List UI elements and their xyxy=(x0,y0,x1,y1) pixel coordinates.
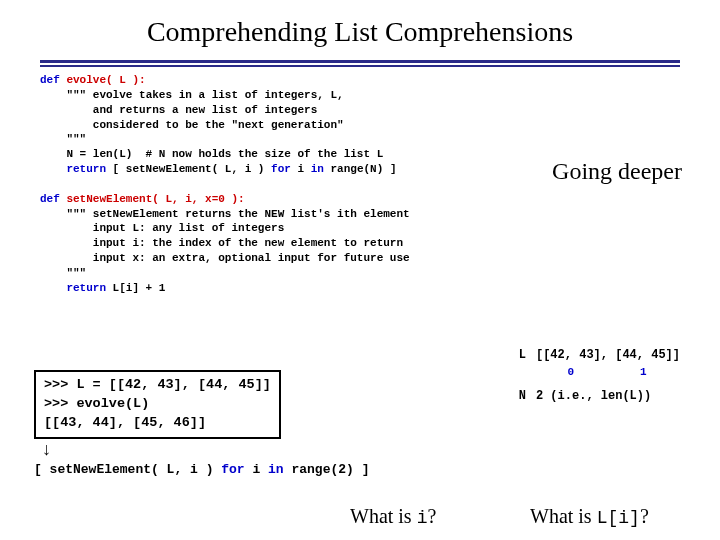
sne-doc-1: setNewElement returns the NEW list's ith… xyxy=(86,208,409,220)
kw-in-2: in xyxy=(268,462,284,477)
expanded-comprehension: [ setNewElement( L, i ) for i in range(2… xyxy=(34,462,369,477)
kw-for-2: for xyxy=(221,462,244,477)
title-rule-1 xyxy=(40,60,680,63)
ln-block: L[[42, 43], [44, 45]] 0 1 N2 (i.e., len(… xyxy=(508,346,680,405)
ln-N-val: 2 (i.e., len(L)) xyxy=(536,389,651,403)
sne-doc-3: input i: the index of the new element to… xyxy=(66,237,403,249)
fn-sne: setNewElement( L, i, x=0 ): xyxy=(66,193,244,205)
q1-c: ? xyxy=(427,505,436,527)
q1-a: What is xyxy=(350,505,417,527)
kw-def-1: def xyxy=(40,74,60,86)
slide-title: Comprehending List Comprehensions xyxy=(40,16,680,48)
repl-box: >>> L = [[42, 43], [44, 45]] >>> evolve(… xyxy=(34,370,281,439)
repl-line-1: >>> L = [[42, 43], [44, 45]] xyxy=(44,377,271,392)
q2-code: L[i] xyxy=(597,508,640,528)
fn-evolve: evolve( L ): xyxy=(66,74,145,86)
kw-return-1: return xyxy=(66,163,106,175)
ln-idx-1: 1 xyxy=(640,366,647,378)
evolve-doc-2: and returns a new list of integers xyxy=(66,104,317,116)
q2-a: What is xyxy=(530,505,597,527)
evolve-doc-1: evolve takes in a list of integers, L, xyxy=(86,89,343,101)
ln-N-label: N xyxy=(508,387,526,405)
ln-N-row: N2 (i.e., len(L)) xyxy=(508,387,680,405)
repl-line-2: >>> evolve(L) xyxy=(44,396,149,411)
sne-ret: L[i] + 1 xyxy=(106,282,165,294)
ret-expr-a: [ setNewElement( L, i ) xyxy=(106,163,271,175)
kw-def-2: def xyxy=(40,193,60,205)
exp-c: range(2) ] xyxy=(284,462,370,477)
ln-L-val: [[42, 43], [44, 45]] xyxy=(536,348,680,362)
sne-doc-4: input x: an extra, optional input for fu… xyxy=(66,252,409,264)
exp-a: [ setNewElement( L, i ) xyxy=(34,462,221,477)
docstr-open-1: """ xyxy=(66,89,86,101)
down-arrow-icon: ↓ xyxy=(42,440,51,458)
slide: Comprehending List Comprehensions def ev… xyxy=(0,0,720,540)
ret-expr-b: i xyxy=(291,163,311,175)
sne-doc-2: input L: any list of integers xyxy=(66,222,284,234)
q1-code: i xyxy=(417,508,428,528)
ret-expr-c: range(N) ] xyxy=(324,163,397,175)
kw-in-1: in xyxy=(311,163,324,175)
question-1: What is i? xyxy=(350,505,436,528)
kw-for-1: for xyxy=(271,163,291,175)
docstr-open-2: """ xyxy=(66,208,86,220)
question-2: What is L[i]? xyxy=(530,505,649,528)
kw-return-2: return xyxy=(66,282,106,294)
ln-L-label: L xyxy=(508,346,526,364)
going-deeper-label: Going deeper xyxy=(552,158,682,185)
docstr-close-2: """ xyxy=(66,267,86,279)
exp-b: i xyxy=(245,462,268,477)
repl-line-3: [[43, 44], [45, 46]] xyxy=(44,415,206,430)
q2-c: ? xyxy=(640,505,649,527)
n-assign: N = len(L) # N now holds the size of the… xyxy=(66,148,383,160)
title-rule-2 xyxy=(40,65,680,67)
ln-idx-row: 0 1 xyxy=(508,364,680,381)
docstr-close-1: """ xyxy=(66,133,86,145)
ln-idx-0: 0 xyxy=(567,366,574,378)
ln-L-row: L[[42, 43], [44, 45]] xyxy=(508,346,680,364)
evolve-doc-3: considered to be the "next generation" xyxy=(66,119,343,131)
